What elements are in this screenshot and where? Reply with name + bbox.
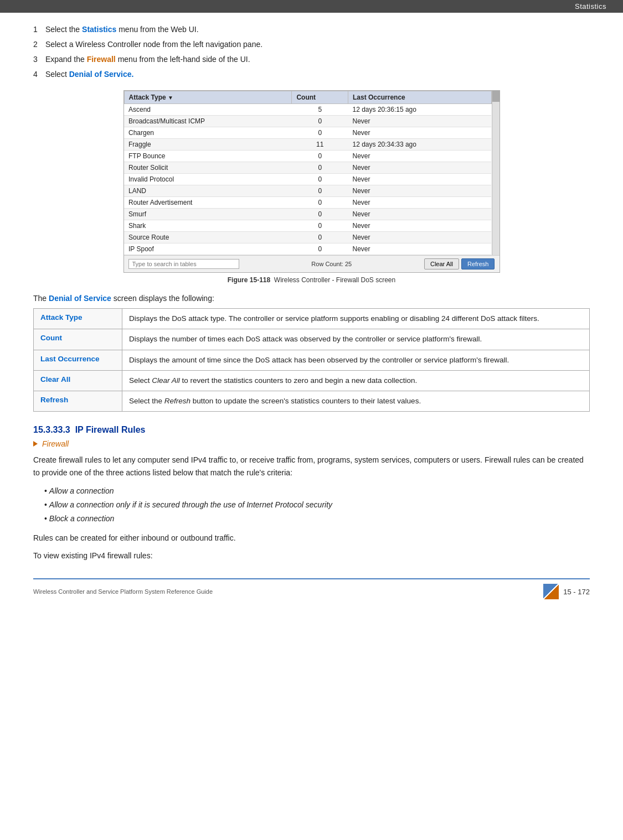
firewall-link-step3[interactable]: Firewall — [87, 55, 116, 64]
table-row: Shark0Never — [124, 220, 491, 232]
info-description: Displays the amount of time since the Do… — [122, 350, 590, 370]
scrollbar[interactable] — [492, 91, 500, 255]
body-para-3: To view existing IPv4 firewall rules: — [33, 549, 590, 562]
figure-caption: Figure 15-118 Wireless Controller - Fire… — [123, 276, 500, 284]
search-input[interactable] — [128, 259, 239, 269]
table-row: Router Solicit0Never — [124, 162, 491, 174]
info-table-body: Attack TypeDisplays the DoS attack type.… — [34, 309, 590, 412]
clear-all-button[interactable]: Clear All — [424, 258, 459, 269]
body-para-1: Create firewall rules to let any compute… — [33, 454, 590, 479]
step-1: 1 Select the Statistics menu from the We… — [33, 24, 590, 35]
list-item: Block a connection — [44, 512, 590, 526]
footer-slash-icon — [543, 584, 559, 599]
dos-table: Attack Type ▼ Count Last Occurrence Asce… — [124, 91, 492, 255]
list-item: Clear AllSelect Clear All to revert the … — [34, 370, 590, 391]
triangle-icon — [33, 441, 38, 447]
col-attack-type[interactable]: Attack Type ▼ — [124, 91, 292, 104]
screenshot-footer: Row Count: 25 Clear All Refresh — [124, 255, 500, 272]
table-row: Invalid Protocol0Never — [124, 174, 491, 185]
dos-link[interactable]: Denial of Service — [49, 294, 111, 303]
sort-icon: ▼ — [168, 95, 173, 101]
description-text: The Denial of Service screen displays th… — [33, 294, 590, 303]
table-row: Fraggle1112 days 20:34:33 ago — [124, 139, 491, 151]
info-field-clear-all: Clear All — [34, 370, 122, 391]
main-content: 1 Select the Statistics menu from the We… — [0, 13, 623, 621]
info-field-last-occurrence: Last Occurrence — [34, 350, 122, 370]
table-row: Router Advertisement0Never — [124, 197, 491, 209]
list-item: Allow a connection — [44, 484, 590, 498]
info-field-attack-type: Attack Type — [34, 309, 122, 329]
info-description: Displays the number of times each DoS at… — [122, 329, 590, 350]
screenshot-container: Attack Type ▼ Count Last Occurrence Asce… — [123, 90, 500, 284]
table-row: LAND0Never — [124, 185, 491, 197]
step-3: 3 Expand the Firewall menu from the left… — [33, 54, 590, 65]
info-field-refresh: Refresh — [34, 391, 122, 412]
info-description: Select Clear All to revert the statistic… — [122, 370, 590, 391]
table-row: Broadcast/Multicast ICMP0Never — [124, 116, 491, 127]
page-footer: Wireless Controller and Service Platform… — [33, 578, 590, 599]
info-field-count: Count — [34, 329, 122, 350]
action-buttons: Clear All Refresh — [424, 258, 495, 269]
dos-table-header: Attack Type ▼ Count Last Occurrence — [124, 91, 491, 104]
info-table: Attack TypeDisplays the DoS attack type.… — [33, 308, 590, 412]
info-description: Select the Refresh button to update the … — [122, 391, 590, 412]
step-4: 4 Select Denial of Service. — [33, 69, 590, 80]
col-count[interactable]: Count — [292, 91, 348, 104]
list-item: Attack TypeDisplays the DoS attack type.… — [34, 309, 590, 329]
statistics-link[interactable]: Statistics — [82, 25, 116, 34]
list-item: RefreshSelect the Refresh button to upda… — [34, 391, 590, 412]
table-row: Source Route0Never — [124, 232, 491, 243]
col-last-occurrence[interactable]: Last Occurrence — [348, 91, 491, 104]
denial-of-service-link[interactable]: Denial of Service. — [69, 70, 134, 79]
body-para-2: Rules can be created for either inbound … — [33, 532, 590, 544]
table-row: Smurf0Never — [124, 209, 491, 220]
page-header: Statistics — [0, 0, 623, 13]
table-with-scroll: Attack Type ▼ Count Last Occurrence Asce… — [124, 91, 500, 255]
refresh-button[interactable]: Refresh — [461, 258, 495, 269]
footer-left: Wireless Controller and Service Platform… — [33, 588, 213, 595]
footer-right: 15 - 172 — [543, 584, 590, 599]
table-row: Ascend512 days 20:36:15 ago — [124, 104, 491, 116]
info-description: Displays the DoS attack type. The contro… — [122, 309, 590, 329]
header-title: Statistics — [575, 2, 606, 11]
firewall-nav-link[interactable]: Firewall — [33, 439, 590, 448]
bullet-list: Allow a connectionAllow a connection onl… — [44, 484, 590, 526]
section-heading: 15.3.33.3 IP Firewall Rules — [33, 425, 590, 435]
table-row: IP Spoof0Never — [124, 243, 491, 255]
steps-list: 1 Select the Statistics menu from the We… — [33, 24, 590, 80]
dos-screenshot: Attack Type ▼ Count Last Occurrence Asce… — [123, 90, 500, 273]
table-row: Chargen0Never — [124, 127, 491, 139]
step-2: 2 Select a Wireless Controller node from… — [33, 39, 590, 50]
table-row: FTP Bounce0Never — [124, 151, 491, 162]
row-count-label: Row Count: 25 — [311, 261, 352, 267]
list-item: Last OccurrenceDisplays the amount of ti… — [34, 350, 590, 370]
dos-table-body: Ascend512 days 20:36:15 agoBroadcast/Mul… — [124, 104, 491, 255]
list-item: Allow a connection only if it is secured… — [44, 498, 590, 512]
list-item: CountDisplays the number of times each D… — [34, 329, 590, 350]
